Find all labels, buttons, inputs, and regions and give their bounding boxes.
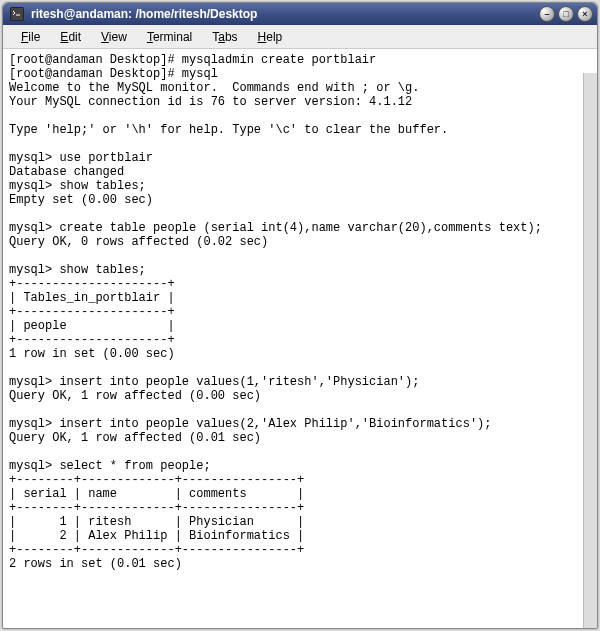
menu-label: Tabs <box>212 30 237 44</box>
menu-view[interactable]: View <box>91 28 137 46</box>
menu-label: Terminal <box>147 30 192 44</box>
close-button[interactable]: × <box>577 6 593 22</box>
vertical-scrollbar[interactable] <box>583 73 597 628</box>
minimize-button[interactable]: – <box>539 6 555 22</box>
menu-help[interactable]: Help <box>248 28 293 46</box>
menu-terminal[interactable]: Terminal <box>137 28 202 46</box>
window-title: ritesh@andaman: /home/ritesh/Desktop <box>31 7 536 21</box>
title-bar[interactable]: ritesh@andaman: /home/ritesh/Desktop – □… <box>3 3 597 25</box>
menu-label: View <box>101 30 127 44</box>
content-area: [root@andaman Desktop]# mysqladmin creat… <box>3 49 597 628</box>
terminal-output: [root@andaman Desktop]# mysqladmin creat… <box>3 49 597 575</box>
menu-bar: File Edit View Terminal Tabs Help <box>3 25 597 49</box>
svg-rect-1 <box>11 8 23 20</box>
menu-label: Edit <box>60 30 81 44</box>
maximize-button[interactable]: □ <box>558 6 574 22</box>
menu-label: Help <box>258 30 283 44</box>
menu-file[interactable]: File <box>11 28 50 46</box>
menu-label: File <box>21 30 40 44</box>
menu-edit[interactable]: Edit <box>50 28 91 46</box>
menu-tabs[interactable]: Tabs <box>202 28 247 46</box>
terminal-icon <box>9 6 25 22</box>
terminal-viewport[interactable]: [root@andaman Desktop]# mysqladmin creat… <box>3 49 597 628</box>
terminal-window: ritesh@andaman: /home/ritesh/Desktop – □… <box>2 2 598 629</box>
